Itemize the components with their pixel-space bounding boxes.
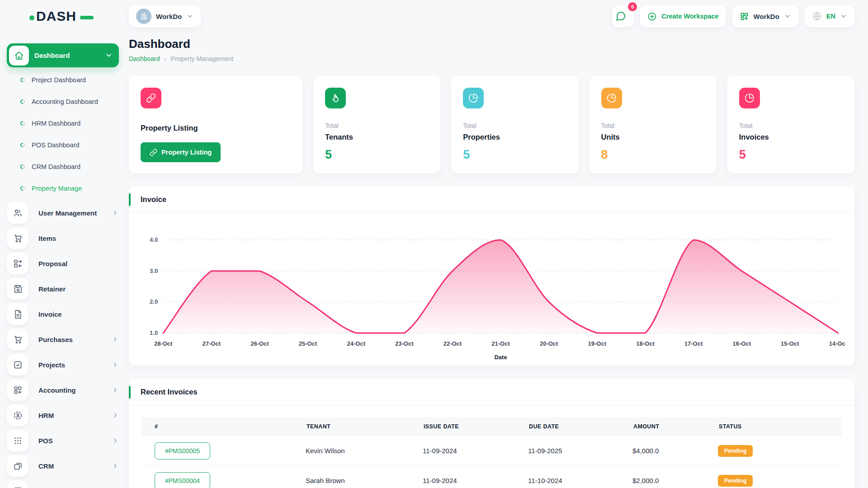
app-switcher-label: WorkDo [754,13,779,20]
svg-text:22-Oct: 22-Oct [443,340,462,347]
stat-prefix: Total [739,122,843,129]
svg-text:17-Oct: 17-Oct [684,340,703,347]
accent-bar [129,193,131,206]
logo-dash-icon [80,16,94,19]
workspace-name: WorkDo [156,13,182,20]
accounting-icon [7,379,28,401]
purchases-icon [7,328,28,350]
home-icon [9,46,29,66]
sidebar-item-label: Projects [38,361,102,369]
sidebar-subitem-label: POS Dashboard [32,141,80,149]
svg-text:21-Oct: 21-Oct [491,340,510,347]
col-header-id: # [142,423,306,430]
sidebar-item[interactable]: User Management [7,200,119,225]
chevron-right-icon [112,209,119,216]
projects-icon [7,354,28,375]
sidebar-item[interactable]: Proposal [7,251,119,276]
svg-text:18-Oct: 18-Oct [636,340,655,347]
sidebar-item[interactable]: Invoice [7,301,119,327]
panel-header: Invoice [129,187,854,213]
cell-issue-date: 11-09-2024 [423,477,528,484]
bullet-icon [19,99,26,105]
bullet-icon [19,142,26,148]
messages-button[interactable]: 0 [612,5,634,27]
sidebar-item[interactable]: Retainer [7,276,119,301]
sidebar-item[interactable]: Property Manage [7,479,119,488]
link-icon [141,88,161,108]
sidebar-subitem-label: CRM Dashboard [32,163,80,170]
create-workspace-button[interactable]: Create Workspace [640,5,726,27]
sidebar-subitem-label: HRM Dashboard [32,120,80,127]
bullet-icon [19,120,26,127]
pie-chart-icon [601,88,622,108]
col-header-due-date: DUE DATE [528,423,632,430]
stat-value: 8 [601,148,705,162]
sidebar-subitem-label: Project Dashboard [32,76,86,84]
workspace-avatar [136,9,151,24]
sidebar-subitem[interactable]: Property Manage [7,178,119,199]
cell-amount: $2,000.0 [632,477,718,484]
invoice-id-link[interactable]: #PMS00004 [155,472,210,488]
breadcrumb-dashboard-link[interactable]: Dashboard [129,55,160,62]
stat-value: 5 [739,148,843,162]
property-listing-button[interactable]: Property Listing [141,142,221,162]
sidebar: Dashboard Project Dashboard Accounting D… [0,33,129,488]
sidebar-subitem[interactable]: Project Dashboard [7,69,119,91]
breadcrumb-chevron-icon: › [165,56,166,62]
chevron-right-icon [112,361,119,368]
cell-due-date: 11-09-2025 [528,447,632,455]
stat-prefix: Total [325,122,429,129]
sidebar-item[interactable]: Accounting [7,377,119,403]
svg-text:28-Oct: 28-Oct [154,340,173,347]
topbar-actions: 0 Create Workspace WorkDo EN [612,5,854,27]
col-header-issue-date: ISSUE DATE [423,423,528,430]
invoice-chart-panel: Invoice 1.02.03.04.028-Oct27-Oct26-Oct25… [129,187,854,366]
sidebar-item-label: HRM [38,412,102,419]
app-logo: DASH [0,9,129,24]
area-chart-svg: 1.02.03.04.028-Oct27-Oct26-Oct25-Oct24-O… [138,220,845,363]
sidebar-menu: User Management Items Proposal [7,200,119,488]
accent-bar [129,386,131,399]
plus-circle-icon [647,12,657,21]
sidebar-item[interactable]: POS [7,428,119,453]
chevron-right-icon [112,386,119,394]
recent-invoices-table: # TENANT ISSUE DATE DUE DATE AMOUNT STAT… [129,405,854,488]
svg-text:26-Oct: 26-Oct [250,340,269,347]
invoice-icon [7,303,28,325]
retainer-icon [7,278,28,300]
sidebar-subitem[interactable]: Accounting Dashboard [7,91,119,113]
pie-chart-icon [463,88,484,108]
app-switcher-button[interactable]: WorkDo [732,5,798,27]
status-badge: Pending [718,475,753,487]
invoice-id-link[interactable]: #PMS00005 [155,442,210,460]
sidebar-item-label: Retainer [38,285,102,293]
sidebar-subitem[interactable]: HRM Dashboard [7,113,119,134]
status-badge: Pending [718,445,753,457]
grid-plus-icon [740,12,749,21]
stat-label: Invoices [739,133,843,141]
workspace-selector[interactable]: WorkDo [129,5,201,27]
logo-text: DASH [36,9,76,24]
sidebar-item[interactable]: CRM [7,453,119,479]
sidebar-subitem[interactable]: CRM Dashboard [7,156,119,178]
sidebar-item-label: POS [38,437,102,445]
globe-icon [812,11,822,21]
sidebar-item-dashboard[interactable]: Dashboard [7,43,119,67]
chevron-right-icon [112,336,119,343]
svg-text:Date: Date [494,354,507,361]
tap-icon [325,88,346,108]
sidebar-item[interactable]: Purchases [7,327,119,352]
create-workspace-label: Create Workspace [661,13,718,20]
stat-value: 5 [325,148,429,162]
sidebar-item[interactable]: HRM [7,403,119,428]
language-selector[interactable]: EN [805,5,854,27]
topbar: DASH WorkDo 0 Create Workspace WorkDo [0,0,868,33]
crm-icon [7,455,28,477]
sidebar-subitem[interactable]: POS Dashboard [7,134,119,156]
col-header-status: STATUS [718,423,842,430]
sidebar-item[interactable]: Items [7,225,119,251]
table-row: #PMS00005 Kevin Wilson 11-09-2024 11-09-… [142,436,842,466]
svg-text:27-Oct: 27-Oct [203,340,221,347]
invoice-area-chart: 1.02.03.04.028-Oct27-Oct26-Oct25-Oct24-O… [129,213,854,366]
sidebar-item[interactable]: Projects [7,352,119,377]
